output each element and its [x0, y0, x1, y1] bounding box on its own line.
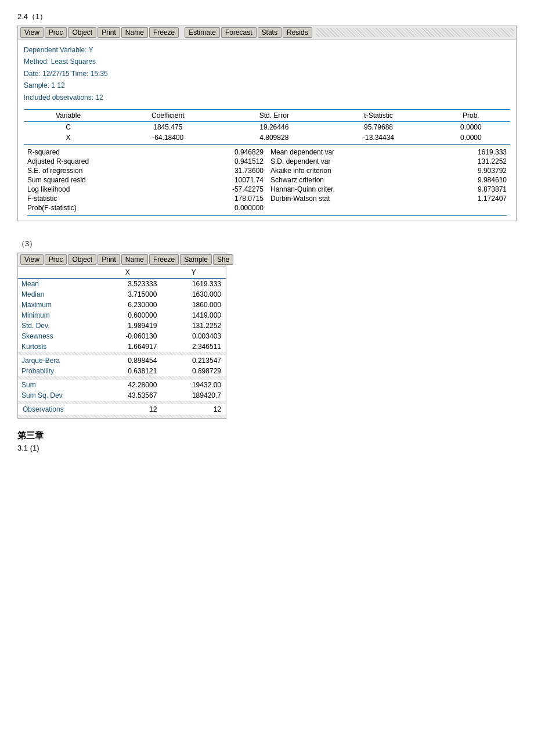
section-label-3: （3）	[17, 239, 517, 249]
toolbar2-name[interactable]: Name	[121, 254, 148, 265]
stats-left: R-squared 0.946829 Adjusted R-squared 0.…	[24, 147, 267, 213]
toolbar2-she[interactable]: She	[213, 254, 233, 265]
table-row: C 1845.475 19.26446 95.79688 0.0000	[24, 121, 510, 132]
toolbar-object[interactable]: Object	[68, 27, 96, 38]
stat-label-sum-sq: Sum Sq. Dev.	[18, 390, 93, 401]
stat-val-mean-x: 3.523333	[93, 278, 161, 289]
stat-val-jb-x: 0.898454	[93, 355, 161, 366]
regression-info: Dependent Variable: Y Method: Least Squa…	[24, 44, 510, 103]
stat-r-squared: R-squared 0.946829	[27, 147, 264, 157]
spacer-row-4	[18, 415, 226, 418]
toolbar-proc[interactable]: Proc	[45, 27, 67, 38]
stat-sum-sq-resid: Sum squared resid 10071.74	[27, 175, 264, 185]
col-variable: Variable	[24, 109, 113, 121]
list-item: Sum Sq. Dev. 43.53567 189420.7	[18, 390, 226, 401]
stat-label-sum: Sum	[18, 380, 93, 390]
var-c: C	[24, 121, 113, 132]
stat-val-jb-y: 0.213547	[161, 355, 226, 366]
stat-val-sumsq-y: 189420.7	[161, 390, 226, 401]
observations-row: Observations 12 12	[18, 404, 226, 415]
stat-val-stddev-x: 1.989419	[93, 321, 161, 331]
toolbar-forecast[interactable]: Forecast	[221, 27, 257, 38]
stat-f-statistic: F-statistic 178.0715	[27, 194, 264, 203]
stat-val-skew-y: 0.003403	[161, 331, 226, 341]
se-x: 4.809828	[223, 132, 325, 143]
stat-val-stddev-y: 131.2252	[161, 321, 226, 331]
date-line: Date: 12/27/15 Time: 15:35	[24, 68, 510, 80]
method-line: Method: Least Squares	[24, 56, 510, 67]
stat-val-obs-x: 12	[93, 404, 161, 415]
stat-val-median-y: 1630.000	[161, 289, 226, 300]
table-row: X -64.18400 4.809828 -13.34434 0.0000	[24, 132, 510, 143]
toolbar-estimate[interactable]: Estimate	[185, 27, 220, 38]
toolbar2-object[interactable]: Object	[68, 254, 96, 265]
list-item: Mean 3.523333 1619.333	[18, 278, 226, 289]
descriptive-window: View Proc Object Print Name Freeze Sampl…	[17, 253, 226, 419]
stat-label-prob: Probability	[18, 366, 93, 376]
stat-schwarz: Schwarz criterion 9.984610	[270, 175, 507, 185]
stat-val-sumsq-x: 43.53567	[93, 390, 161, 401]
list-item: Sum 42.28000 19432.00	[18, 380, 226, 390]
section-3: （3） View Proc Object Print Name Freeze S…	[17, 239, 517, 419]
stats-grid: R-squared 0.946829 Adjusted R-squared 0.…	[24, 147, 510, 213]
stat-label-kurtosis: Kurtosis	[18, 341, 93, 352]
stat-val-obs-y: 12	[161, 404, 226, 415]
stat-akaike: Akaike info criterion 9.903792	[270, 166, 507, 175]
col-x-header: X	[93, 267, 161, 279]
stat-label-jarque-bera: Jarque-Bera	[18, 355, 93, 366]
toolbar-view[interactable]: View	[20, 27, 44, 38]
col-y-header: Y	[161, 267, 226, 279]
section-label-2-4-1: 2.4（1）	[17, 12, 517, 22]
stats-section: R-squared 0.946829 Adjusted R-squared 0.…	[24, 144, 510, 216]
list-item: Jarque-Bera 0.898454 0.213547	[18, 355, 226, 366]
toolbar-print[interactable]: Print	[98, 27, 120, 38]
sample-line: Sample: 1 12	[24, 80, 510, 91]
toolbar2-view[interactable]: View	[20, 254, 44, 265]
stat-log-likelihood: Log likelihood -57.42275	[27, 185, 264, 194]
col-std-error: Std. Error	[223, 109, 325, 121]
toolbar2-proc[interactable]: Proc	[45, 254, 67, 265]
stat-val-sum-x: 42.28000	[93, 380, 161, 390]
p-x: 0.0000	[432, 132, 510, 143]
list-item: Maximum 6.230000 1860.000	[18, 300, 226, 310]
toolbar-name[interactable]: Name	[121, 27, 148, 38]
stat-label-maximum: Maximum	[18, 300, 93, 310]
reg-table-header: Variable Coefficient Std. Error t-Statis…	[24, 109, 510, 121]
col-t-stat: t-Statistic	[325, 109, 431, 121]
chapter-section: 第三章 3.1 (1)	[17, 430, 517, 452]
stat-label-observations: Observations	[18, 404, 93, 415]
toolbar2-sample[interactable]: Sample	[180, 254, 212, 265]
stat-val-prob-y: 0.898729	[161, 366, 226, 376]
desc-toolbar: View Proc Object Print Name Freeze Sampl…	[18, 253, 226, 267]
t-x: -13.34434	[325, 132, 431, 143]
dep-var-line: Dependent Variable: Y	[24, 44, 510, 56]
stat-val-skew-x: -0.060130	[93, 331, 161, 341]
toolbar2-freeze[interactable]: Freeze	[149, 254, 179, 265]
stat-val-median-x: 3.715000	[93, 289, 161, 300]
list-item: Median 3.715000 1630.000	[18, 289, 226, 300]
toolbar-pattern	[316, 28, 514, 37]
section-2-4-1: 2.4（1） View Proc Object Print Name Freez…	[17, 12, 517, 221]
toolbar-freeze[interactable]: Freeze	[149, 27, 179, 38]
t-c: 95.79688	[325, 121, 431, 132]
obs-line: Included observations: 12	[24, 92, 510, 103]
regression-table: Variable Coefficient Std. Error t-Statis…	[24, 109, 510, 143]
stats-right: Mean dependent var 1619.333 S.D. depende…	[267, 147, 510, 213]
regression-content: Dependent Variable: Y Method: Least Squa…	[18, 39, 516, 221]
stat-hannan-quinn: Hannan-Quinn criter. 9.873871	[270, 185, 507, 194]
desc-table-header: X Y	[18, 267, 226, 279]
regression-toolbar: View Proc Object Print Name Freeze Estim…	[18, 26, 516, 39]
stat-mean-dep: Mean dependent var 1619.333	[270, 147, 507, 157]
regression-window: View Proc Object Print Name Freeze Estim…	[17, 26, 517, 221]
stat-label-median: Median	[18, 289, 93, 300]
stat-label-stddev: Std. Dev.	[18, 321, 93, 331]
toolbar-stats[interactable]: Stats	[258, 27, 282, 38]
toolbar-resids[interactable]: Resids	[283, 27, 312, 38]
stats-bottom-border	[27, 215, 507, 216]
toolbar2-print[interactable]: Print	[98, 254, 120, 265]
stat-se-regression: S.E. of regression 31.73600	[27, 166, 264, 175]
list-item: Probability 0.638121 0.898729	[18, 366, 226, 376]
stat-sd-dep: S.D. dependent var 131.2252	[270, 157, 507, 166]
list-item: Std. Dev. 1.989419 131.2252	[18, 321, 226, 331]
stat-val-sum-y: 19432.00	[161, 380, 226, 390]
